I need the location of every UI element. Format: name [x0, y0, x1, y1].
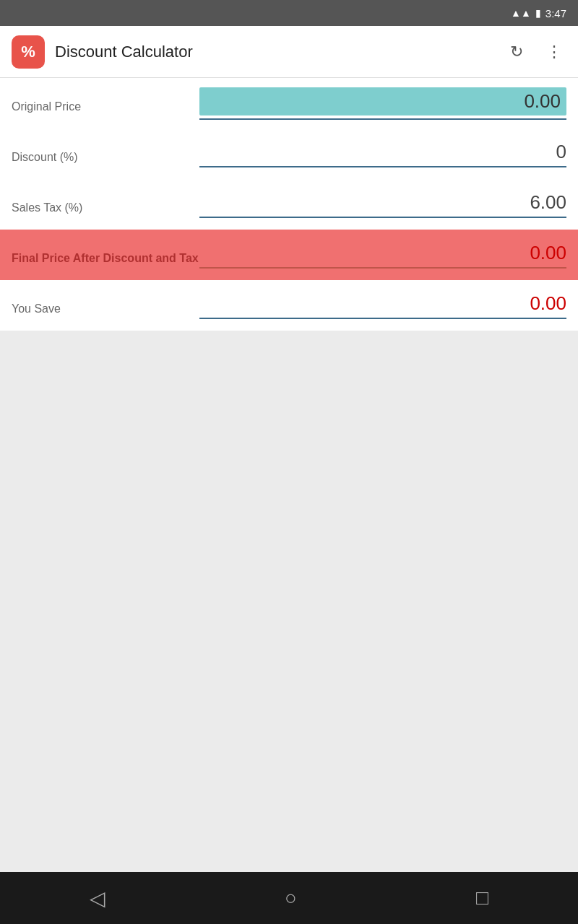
back-icon: ◁: [90, 887, 105, 910]
more-button[interactable]: ⋮: [542, 38, 566, 66]
discount-row: Discount (%): [0, 128, 578, 179]
battery-icon: ▮: [535, 7, 541, 19]
status-icons: ▲▲ ▮ 3:47: [511, 7, 566, 19]
app-title: Discount Calculator: [55, 43, 506, 61]
final-price-underline: [199, 267, 566, 269]
original-price-input[interactable]: [199, 87, 566, 116]
discount-underline: [199, 166, 566, 167]
original-price-row: Original Price: [0, 78, 578, 128]
sales-tax-underline: [199, 217, 566, 218]
status-time: 3:47: [545, 7, 566, 19]
discount-input[interactable]: [199, 141, 566, 163]
final-price-input[interactable]: [199, 242, 566, 264]
recents-icon: □: [476, 886, 488, 909]
refresh-button[interactable]: ↻: [506, 38, 527, 66]
bottom-nav: ◁ ○ □: [0, 872, 578, 924]
you-save-input[interactable]: [199, 292, 566, 315]
sales-tax-row: Sales Tax (%): [0, 179, 578, 230]
back-button[interactable]: ◁: [68, 881, 127, 916]
sales-tax-input[interactable]: [199, 191, 566, 214]
final-price-input-container: [199, 242, 566, 276]
you-save-underline: [199, 318, 566, 319]
content-area: Original Price Discount (%) Sales Tax (%…: [0, 78, 578, 872]
signal-icon: ▲▲: [511, 7, 531, 19]
sales-tax-label: Sales Tax (%): [12, 201, 199, 214]
more-icon: ⋮: [546, 43, 562, 61]
sales-tax-input-container: [199, 191, 566, 225]
status-bar: ▲▲ ▮ 3:47: [0, 0, 578, 26]
app-icon-symbol: %: [21, 43, 35, 61]
app-icon: %: [12, 35, 45, 69]
final-price-row: Final Price After Discount and Tax: [0, 230, 578, 280]
home-icon: ○: [285, 886, 297, 909]
final-price-label: Final Price After Discount and Tax: [12, 252, 199, 265]
recents-button[interactable]: □: [454, 881, 510, 915]
toolbar-actions: ↻ ⋮: [506, 38, 566, 66]
original-price-underline: [199, 118, 566, 120]
you-save-label: You Save: [12, 302, 199, 315]
original-price-label: Original Price: [12, 100, 199, 113]
toolbar: % Discount Calculator ↻ ⋮: [0, 26, 578, 78]
discount-label: Discount (%): [12, 151, 199, 164]
you-save-input-container: [199, 292, 566, 326]
home-button[interactable]: ○: [263, 881, 319, 915]
refresh-icon: ↻: [510, 43, 523, 61]
discount-input-container: [199, 141, 566, 175]
you-save-row: You Save: [0, 280, 578, 331]
original-price-input-container: [199, 87, 566, 127]
